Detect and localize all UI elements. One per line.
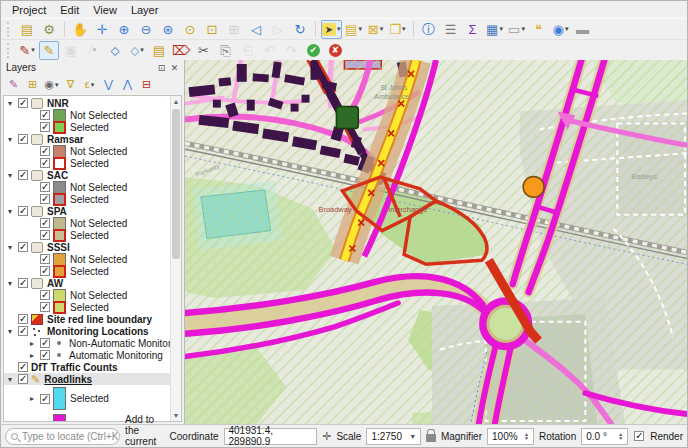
vertex-tool-all-layers-button[interactable]: ⬦ (105, 41, 125, 60)
dropdown-arrow-icon[interactable]: ▾ (337, 25, 341, 33)
dropdown-arrow-icon[interactable]: ▾ (91, 81, 95, 89)
new-spatial-bookmark-button[interactable]: ◉▾ (551, 20, 571, 39)
layer-item-dft-traffic-counts[interactable]: DfT Traffic Counts (4, 361, 170, 373)
layer-visibility-checkbox[interactable] (40, 254, 50, 264)
menu-project[interactable]: Project (5, 3, 53, 17)
panel-close-button[interactable] (168, 62, 181, 74)
expander-icon[interactable] (8, 243, 17, 252)
expander-icon[interactable] (30, 394, 39, 403)
layer-visibility-checkbox[interactable] (40, 158, 50, 168)
select-features-by-location-button[interactable]: ❐▾ (388, 20, 408, 39)
layer-item-nnr[interactable]: NNR (4, 97, 170, 109)
zoom-last-button[interactable]: ◁ (246, 20, 266, 39)
render-checkbox[interactable] (634, 431, 644, 441)
layer-item-aw[interactable]: AW (4, 277, 170, 289)
layer-visibility-checkbox[interactable] (18, 242, 28, 252)
open-attribute-table-button[interactable]: ▦▾ (485, 20, 505, 39)
expander-icon[interactable] (8, 99, 17, 108)
lock-scale-icon[interactable] (426, 434, 436, 442)
layer-item-sssi[interactable]: SSSI (4, 241, 170, 253)
deselect-features-all-layers-button[interactable]: ⊠▾ (366, 20, 386, 39)
layer-visibility-checkbox[interactable] (18, 374, 28, 384)
coordinate-input[interactable]: 401931.4, 289890.9 (224, 428, 318, 445)
expander-icon[interactable] (8, 279, 17, 288)
layer-item-not-selected[interactable]: Not Selected (4, 109, 170, 121)
pan-map-to-selection-button[interactable]: ✛ (92, 20, 112, 39)
check-geometries-button[interactable]: ✔ (303, 41, 323, 60)
dropdown-arrow-icon[interactable]: ▾ (358, 25, 362, 33)
select-features-by-value-button[interactable]: ▤▾ (344, 20, 364, 39)
dropdown-arrow-icon[interactable]: ▾ (565, 25, 569, 33)
layer-item-selected[interactable]: Selected (4, 301, 170, 313)
layer-visibility-checkbox[interactable] (40, 218, 50, 228)
layer-visibility-checkbox[interactable] (40, 182, 50, 192)
zoom-to-selection-button[interactable]: ⊙ (180, 20, 200, 39)
dropdown-arrow-icon[interactable]: ▾ (140, 46, 144, 54)
toolbar-handle[interactable] (7, 22, 12, 37)
layer-item-ramsar[interactable]: Ramsar (4, 133, 170, 145)
modify-attributes-of-selected-features-button[interactable]: ▤ (149, 41, 169, 60)
select-features-button[interactable]: ➤▾ (321, 20, 342, 39)
identify-features-button[interactable]: ⓘ (419, 20, 439, 39)
layer-visibility-checkbox[interactable] (40, 302, 50, 312)
scroll-down-icon[interactable]: ▼ (171, 410, 181, 421)
layer-item-not-selected[interactable]: Not Selected (4, 217, 170, 229)
layer-item-non-automatic-monitoring[interactable]: Non-Automatic Monitoring (4, 337, 170, 349)
cancel-edits-button[interactable]: ✘ (325, 41, 345, 60)
refresh-map-button[interactable]: ↻ (290, 20, 310, 39)
layer-item-selected[interactable]: Selected (4, 385, 170, 412)
dropdown-arrow-icon[interactable]: ▾ (380, 25, 384, 33)
layer-visibility-checkbox[interactable] (18, 278, 28, 288)
toolbar-handle[interactable] (7, 43, 12, 58)
scrollbar-thumb[interactable] (172, 109, 180, 259)
toggle-extents-icon[interactable]: ✛ (322, 430, 331, 443)
expander-icon[interactable] (8, 375, 17, 384)
layer-item-not-selected[interactable]: Not Selected (4, 253, 170, 265)
vertex-tool-current-layer-button[interactable]: ⬦▾ (127, 41, 147, 60)
copy-features-button[interactable]: ⎘ (215, 41, 235, 60)
spin-arrows-icon[interactable]: ▲▼ (618, 432, 623, 440)
dropdown-arrow-icon[interactable]: ▾ (93, 46, 97, 54)
layer-visibility-checkbox[interactable] (18, 206, 28, 216)
layer-visibility-checkbox[interactable] (40, 338, 50, 348)
dropdown-arrow-icon[interactable]: ▾ (402, 25, 406, 33)
layer-item-roadlinks[interactable]: ✎Roadlinks (4, 373, 170, 385)
magnifier-spinbox[interactable]: 100%▲▼ (487, 428, 534, 445)
map-canvas[interactable]: St JohnsAmbulanceBroadwayInterchangeBatl… (185, 60, 687, 424)
expander-icon[interactable] (8, 171, 17, 180)
measure-bearing-button[interactable]: ▬ (573, 20, 593, 39)
layer-visibility-checkbox[interactable] (18, 170, 28, 180)
remove-layer-button[interactable]: ⊟ (138, 76, 155, 93)
show-layout-manager-button[interactable]: ⚙ (39, 20, 59, 39)
layer-item-monitoring-locations[interactable]: Monitoring Locations (4, 325, 170, 337)
add-group-button[interactable]: ⊞ (24, 76, 41, 93)
dropdown-arrow-icon[interactable]: ▾ (521, 25, 525, 33)
zoom-out-button[interactable]: ⊖ (136, 20, 156, 39)
dropdown-arrow-icon[interactable]: ▾ (499, 25, 503, 33)
expander-icon[interactable] (8, 135, 17, 144)
layer-visibility-checkbox[interactable] (18, 314, 28, 324)
layer-item-sac[interactable]: SAC (4, 169, 170, 181)
layer-visibility-checkbox[interactable] (18, 98, 28, 108)
zoom-full-button[interactable]: ⊛ (158, 20, 178, 39)
layer-item-selected[interactable]: Selected (4, 265, 170, 277)
layer-item-selected[interactable]: Selected (4, 157, 170, 169)
layer-visibility-checkbox[interactable] (40, 266, 50, 276)
panel-float-button[interactable] (155, 62, 168, 74)
layer-visibility-checkbox[interactable] (40, 146, 50, 156)
layer-visibility-checkbox[interactable] (40, 290, 50, 300)
expander-icon[interactable] (30, 351, 39, 360)
layer-visibility-checkbox[interactable] (18, 326, 28, 336)
cut-features-button[interactable]: ✂ (193, 41, 213, 60)
layer-item-spa[interactable]: SPA (4, 205, 170, 217)
layer-visibility-checkbox[interactable] (40, 122, 50, 132)
measure-line-button[interactable]: ▭▾ (507, 20, 527, 39)
layer-visibility-checkbox[interactable] (40, 110, 50, 120)
open-data-source-manager-button[interactable]: ▤ (17, 20, 37, 39)
field-calculator-button[interactable]: ☰ (441, 20, 461, 39)
layer-item-selected[interactable]: Selected (4, 193, 170, 205)
layers-tree-scrollbar[interactable]: ▲ ▼ (170, 96, 181, 421)
layer-item-selected[interactable]: Selected (4, 121, 170, 133)
scale-combobox[interactable]: 1:2750▼ (366, 428, 421, 445)
layer-item-not-selected[interactable]: Not Selected (4, 145, 170, 157)
